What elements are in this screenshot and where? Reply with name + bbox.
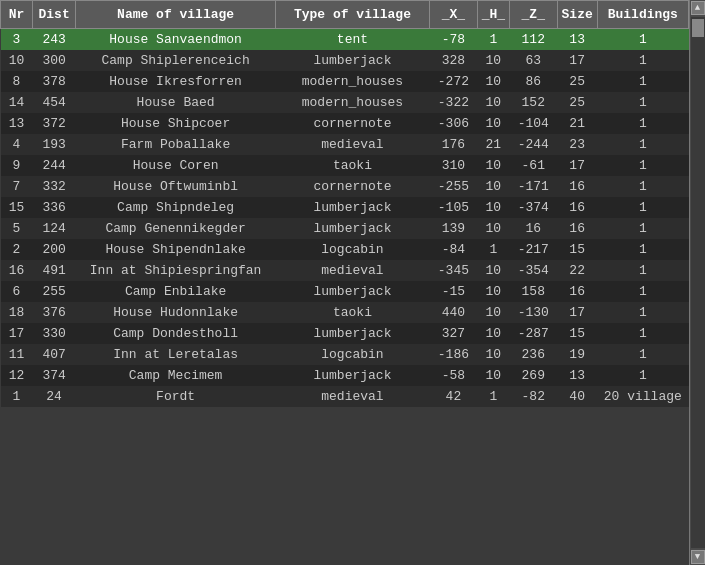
cell-type: cornernote xyxy=(275,176,429,197)
cell-dist: 124 xyxy=(32,218,75,239)
cell-x: -105 xyxy=(429,197,477,218)
cell-name: Camp Enbilake xyxy=(76,281,276,302)
scroll-track[interactable] xyxy=(691,17,705,548)
scroll-down-button[interactable]: ▼ xyxy=(691,550,705,564)
cell-size: 15 xyxy=(557,323,597,344)
cell-dist: 255 xyxy=(32,281,75,302)
table-row[interactable]: 3243House Sanvaendmontent-781112131 xyxy=(1,29,689,51)
cell-type: taoki xyxy=(275,155,429,176)
cell-nr: 7 xyxy=(1,176,33,197)
scroll-up-button[interactable]: ▲ xyxy=(691,1,705,15)
cell-name: Inn at Leretalas xyxy=(76,344,276,365)
cell-buildings: 1 xyxy=(597,281,688,302)
table-row[interactable]: 13372House Shipcoercornernote-30610-1042… xyxy=(1,113,689,134)
cell-buildings: 1 xyxy=(597,260,688,281)
cell-x: -272 xyxy=(429,71,477,92)
cell-z: -61 xyxy=(509,155,557,176)
cell-name: House Ikresforren xyxy=(76,71,276,92)
cell-dist: 193 xyxy=(32,134,75,155)
cell-x: 139 xyxy=(429,218,477,239)
cell-nr: 2 xyxy=(1,239,33,260)
table-row[interactable]: 124Fordtmedieval421-824020 village xyxy=(1,386,689,407)
table-row[interactable]: 10300Camp Shiplerenceichlumberjack328106… xyxy=(1,50,689,71)
cell-name: Camp Genennikegder xyxy=(76,218,276,239)
cell-nr: 12 xyxy=(1,365,33,386)
cell-type: lumberjack xyxy=(275,218,429,239)
cell-nr: 4 xyxy=(1,134,33,155)
cell-h: 1 xyxy=(477,386,509,407)
scroll-thumb[interactable] xyxy=(692,19,704,37)
cell-buildings: 1 xyxy=(597,365,688,386)
cell-x: 42 xyxy=(429,386,477,407)
header-type[interactable]: Type of village xyxy=(275,1,429,29)
header-size[interactable]: Size xyxy=(557,1,597,29)
cell-h: 10 xyxy=(477,281,509,302)
header-z[interactable]: _Z_ xyxy=(509,1,557,29)
cell-nr: 9 xyxy=(1,155,33,176)
header-dist[interactable]: Dist xyxy=(32,1,75,29)
table-row[interactable]: 11407Inn at Leretalaslogcabin-1861023619… xyxy=(1,344,689,365)
cell-dist: 243 xyxy=(32,29,75,51)
cell-nr: 1 xyxy=(1,386,33,407)
header-x[interactable]: _X_ xyxy=(429,1,477,29)
cell-z: -104 xyxy=(509,113,557,134)
cell-type: cornernote xyxy=(275,113,429,134)
cell-size: 15 xyxy=(557,239,597,260)
header-name[interactable]: Name of village xyxy=(76,1,276,29)
cell-name: Fordt xyxy=(76,386,276,407)
cell-h: 10 xyxy=(477,260,509,281)
cell-x: 327 xyxy=(429,323,477,344)
table-row[interactable]: 16491Inn at Shipiespringfanmedieval-3451… xyxy=(1,260,689,281)
cell-buildings: 1 xyxy=(597,155,688,176)
cell-buildings: 1 xyxy=(597,29,688,51)
cell-nr: 15 xyxy=(1,197,33,218)
table-row[interactable]: 17330Camp Dondestholllumberjack32710-287… xyxy=(1,323,689,344)
cell-buildings: 1 xyxy=(597,176,688,197)
cell-h: 10 xyxy=(477,155,509,176)
table-row[interactable]: 4193Farm Poballakemedieval17621-244231 xyxy=(1,134,689,155)
cell-dist: 330 xyxy=(32,323,75,344)
cell-name: Inn at Shipiespringfan xyxy=(76,260,276,281)
cell-dist: 200 xyxy=(32,239,75,260)
table-row[interactable]: 14454House Baedmodern_houses-32210152251 xyxy=(1,92,689,113)
cell-nr: 16 xyxy=(1,260,33,281)
table-row[interactable]: 15336Camp Shipndeleglumberjack-10510-374… xyxy=(1,197,689,218)
cell-type: medieval xyxy=(275,260,429,281)
table-row[interactable]: 5124Camp Genennikegderlumberjack13910161… xyxy=(1,218,689,239)
table-row[interactable]: 7332House Oftwuminblcornernote-25510-171… xyxy=(1,176,689,197)
cell-dist: 491 xyxy=(32,260,75,281)
cell-z: 16 xyxy=(509,218,557,239)
cell-dist: 407 xyxy=(32,344,75,365)
table-row[interactable]: 8378House Ikresforrenmodern_houses-27210… xyxy=(1,71,689,92)
cell-x: -15 xyxy=(429,281,477,302)
cell-dist: 372 xyxy=(32,113,75,134)
table-row[interactable]: 6255Camp Enbilakelumberjack-1510158161 xyxy=(1,281,689,302)
header-buildings[interactable]: Buildings xyxy=(597,1,688,29)
cell-dist: 376 xyxy=(32,302,75,323)
table-row[interactable]: 9244House Corentaoki31010-61171 xyxy=(1,155,689,176)
cell-x: -306 xyxy=(429,113,477,134)
cell-x: -186 xyxy=(429,344,477,365)
cell-nr: 13 xyxy=(1,113,33,134)
cell-z: -287 xyxy=(509,323,557,344)
header-nr[interactable]: Nr xyxy=(1,1,33,29)
cell-h: 10 xyxy=(477,71,509,92)
cell-dist: 24 xyxy=(32,386,75,407)
table-row[interactable]: 2200House Shipendnlakelogcabin-841-21715… xyxy=(1,239,689,260)
cell-x: -322 xyxy=(429,92,477,113)
table-body: 3243House Sanvaendmontent-78111213110300… xyxy=(1,29,689,408)
cell-size: 13 xyxy=(557,29,597,51)
cell-type: lumberjack xyxy=(275,365,429,386)
cell-nr: 11 xyxy=(1,344,33,365)
scrollbar[interactable]: ▲ ▼ xyxy=(689,0,705,565)
cell-z: -130 xyxy=(509,302,557,323)
cell-z: 158 xyxy=(509,281,557,302)
table-row[interactable]: 12374Camp Mecimemlumberjack-5810269131 xyxy=(1,365,689,386)
cell-buildings: 1 xyxy=(597,218,688,239)
cell-nr: 3 xyxy=(1,29,33,51)
cell-size: 25 xyxy=(557,92,597,113)
header-h[interactable]: _H_ xyxy=(477,1,509,29)
cell-x: -84 xyxy=(429,239,477,260)
table-row[interactable]: 18376House Hudonnlaketaoki44010-130171 xyxy=(1,302,689,323)
cell-name: House Shipendnlake xyxy=(76,239,276,260)
